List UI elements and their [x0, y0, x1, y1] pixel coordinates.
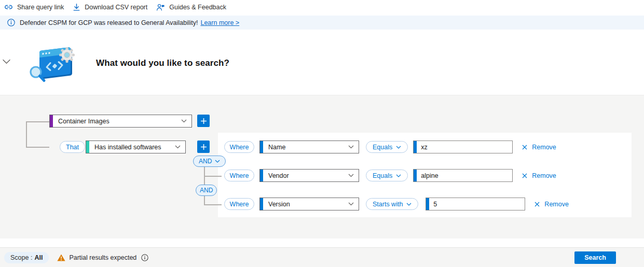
remove-condition-button[interactable]: Remove [522, 172, 556, 179]
operator-value: Starts with [373, 201, 403, 208]
and-operator-badge[interactable]: AND [196, 185, 217, 196]
scope-selector[interactable]: Scope : All [4, 252, 49, 263]
add-condition-button[interactable] [197, 140, 210, 153]
share-query-link-label: Share query link [17, 4, 64, 11]
that-label: That [66, 144, 79, 151]
connector-line [26, 147, 49, 148]
query-builder-panel: Container Images That Has installed soft… [0, 95, 644, 238]
and-operator-dropdown[interactable]: AND [193, 156, 226, 167]
collapse-chevron-icon[interactable] [3, 59, 10, 64]
chevron-down-icon [396, 146, 401, 149]
input-accent-bar [426, 198, 429, 210]
chevron-down-icon [175, 145, 185, 149]
chevron-down-icon [348, 174, 359, 177]
field-value: Vendor [268, 172, 289, 179]
scope-label: Scope : [10, 254, 32, 261]
remove-condition-button[interactable]: Remove [535, 201, 569, 208]
operator-value: Equals [373, 144, 392, 151]
learn-more-link[interactable]: Learn more > [200, 19, 239, 26]
download-icon [73, 3, 80, 11]
relation-value: Has installed softwares [94, 144, 161, 151]
partial-results-warning: Partial results expected [57, 254, 148, 261]
where-pill: Where [224, 141, 254, 153]
close-icon [535, 202, 540, 207]
guides-feedback-button[interactable]: Guides & Feedback [156, 3, 226, 11]
search-illustration [27, 44, 77, 87]
connector-line [204, 204, 222, 205]
field-select[interactable]: Name [259, 140, 359, 153]
connector-line [26, 121, 49, 122]
warning-label: Partial results expected [69, 254, 136, 261]
chevron-down-icon [181, 119, 191, 123]
download-csv-report-button[interactable]: Download CSV report [73, 3, 147, 11]
condition-value-input[interactable] [414, 141, 512, 153]
gear-shape [59, 47, 75, 63]
add-entity-button[interactable] [197, 115, 210, 127]
chevron-down-icon [348, 145, 359, 149]
input-accent-bar [414, 141, 417, 153]
operator-dropdown[interactable]: Starts with [366, 198, 418, 210]
operator-dropdown[interactable]: Equals [366, 141, 408, 153]
relation-select[interactable]: Has installed softwares [86, 140, 186, 153]
field-value: Version [268, 201, 290, 208]
connector-line [204, 176, 222, 177]
condition-row: Where Name Equals Remove [224, 140, 556, 153]
entity-type-select[interactable]: Container Images [49, 115, 192, 128]
banner-message: Defender CSPM for GCP was released to Ge… [20, 19, 198, 26]
search-button[interactable]: Search [574, 251, 616, 264]
close-icon [522, 173, 527, 178]
cloud-security-explorer-page: Share query link Download CSV report Gui… [0, 0, 644, 267]
download-csv-report-label: Download CSV report [85, 4, 147, 11]
condition-value-field [426, 198, 525, 210]
feedback-icon [156, 3, 165, 11]
field-accent-bar [260, 198, 263, 210]
footer-bar: Scope : All Partial results expected Sea… [0, 247, 644, 267]
link-icon [4, 3, 13, 11]
remove-label: Remove [532, 172, 556, 179]
and-label: AND [200, 187, 213, 194]
and-label: AND [199, 158, 212, 165]
info-icon [7, 19, 15, 26]
guides-feedback-label: Guides & Feedback [169, 4, 226, 11]
chevron-down-icon [348, 202, 359, 206]
operator-value: Equals [373, 172, 392, 179]
chevron-down-icon [406, 203, 412, 206]
command-bar: Share query link Download CSV report Gui… [0, 0, 644, 14]
remove-condition-button[interactable]: Remove [522, 144, 556, 151]
chevron-down-icon [396, 174, 401, 177]
condition-value-input[interactable] [426, 198, 525, 210]
field-accent-bar [260, 141, 263, 153]
field-select[interactable]: Vendor [259, 169, 359, 182]
remove-label: Remove [544, 201, 569, 208]
chevron-down-icon [215, 160, 220, 163]
field-value: Name [268, 144, 285, 151]
info-banner: Defender CSPM for GCP was released to Ge… [0, 16, 644, 30]
entity-accent-bar [50, 115, 53, 127]
condition-value-field [413, 140, 513, 153]
where-pill: Where [224, 198, 254, 210]
input-accent-bar [414, 170, 417, 181]
info-icon[interactable] [141, 254, 148, 261]
warning-icon [57, 254, 65, 261]
condition-row: Where Version Starts with Remove [224, 198, 569, 210]
plus-icon [200, 118, 207, 124]
condition-value-input[interactable] [414, 170, 512, 181]
condition-value-field [413, 169, 513, 182]
share-query-link-button[interactable]: Share query link [4, 3, 64, 11]
relation-accent-bar [86, 141, 89, 153]
close-icon [522, 145, 527, 150]
where-pill: Where [224, 170, 254, 181]
entity-type-value: Container Images [58, 118, 109, 125]
plus-icon [200, 144, 207, 150]
operator-dropdown[interactable]: Equals [366, 170, 408, 181]
field-select[interactable]: Version [259, 198, 359, 210]
connector-line [26, 121, 27, 147]
that-pill: That [60, 141, 85, 153]
field-accent-bar [260, 170, 263, 181]
remove-label: Remove [532, 144, 556, 151]
scope-value: All [34, 254, 43, 261]
page-title: What would you like to search? [96, 58, 229, 68]
condition-row: Where Vendor Equals Remove [224, 169, 556, 182]
